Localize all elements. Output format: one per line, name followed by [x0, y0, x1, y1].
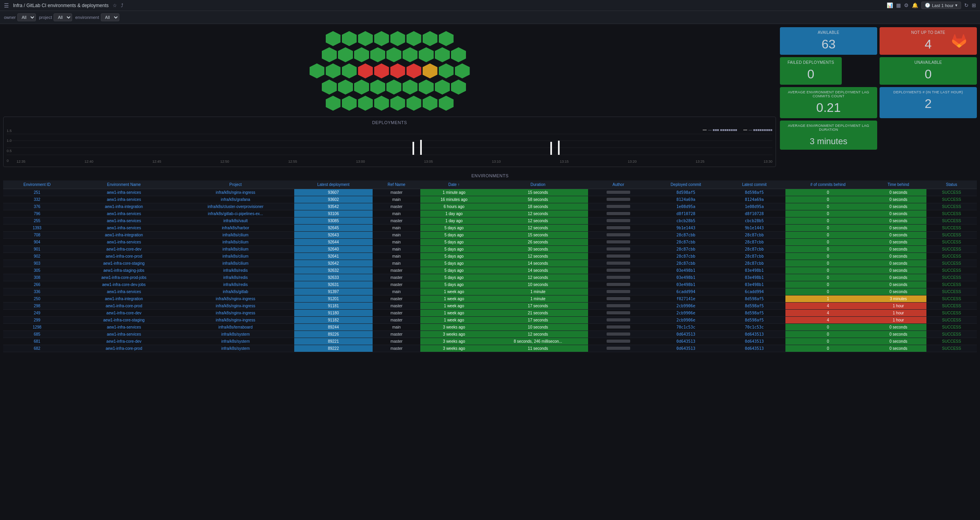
alert-icon[interactable]: 🔔	[912, 2, 918, 8]
hex-cell[interactable]	[423, 31, 438, 46]
hex-cell-red[interactable]	[358, 63, 373, 78]
project-select[interactable]: All	[54, 13, 72, 21]
hex-cell-red[interactable]	[390, 63, 405, 78]
cell-project: infra/k8s/cilium	[177, 239, 294, 246]
cell-id: 305	[3, 267, 71, 274]
hex-cell[interactable]	[419, 47, 434, 62]
hex-grid	[310, 31, 470, 111]
cell-deploy[interactable]: 89221	[294, 338, 373, 345]
hex-cell[interactable]	[406, 96, 421, 111]
cell-deploy[interactable]: 92644	[294, 239, 373, 246]
star-icon[interactable]: ☆	[113, 3, 117, 8]
cell-deploy[interactable]: 92632	[294, 267, 373, 274]
hex-cell[interactable]	[390, 96, 405, 111]
x-label-9: 13:20	[628, 160, 637, 163]
hex-cell[interactable]	[322, 80, 337, 95]
cell-deployed-commit: 2cb9906e	[648, 317, 723, 324]
hex-cell[interactable]	[439, 96, 454, 111]
hex-cell[interactable]	[374, 96, 389, 111]
cell-deploy[interactable]: 92642	[294, 260, 373, 267]
hex-cell[interactable]	[423, 96, 438, 111]
hex-cell[interactable]	[326, 96, 341, 111]
cell-status: SUCCESS	[926, 317, 977, 324]
cell-deploy[interactable]: 92645	[294, 225, 373, 232]
hex-cell[interactable]	[358, 96, 373, 111]
hex-cell-red[interactable]	[374, 63, 389, 78]
cell-env: aew1-infra-core-staging	[71, 260, 177, 267]
cell-deploy[interactable]: 93542	[294, 203, 373, 210]
cell-id: 1393	[3, 225, 71, 232]
cell-deploy[interactable]: 92643	[294, 232, 373, 239]
hex-cell[interactable]	[435, 47, 450, 62]
cell-deploy[interactable]: 93085	[294, 217, 373, 225]
hex-cell[interactable]	[326, 31, 341, 46]
owner-select[interactable]: All	[17, 13, 36, 21]
hex-cell[interactable]	[403, 47, 418, 62]
hex-cell[interactable]	[455, 63, 470, 78]
share-icon[interactable]: ⤴	[121, 3, 123, 8]
hex-row-1	[326, 31, 454, 46]
cell-latest-commit: 28c87cbb	[723, 260, 785, 267]
time-range-label: Last 1 hour	[932, 3, 954, 8]
settings-icon[interactable]: ⚙	[904, 2, 909, 8]
avg-duration-label: Average environment deployment lag durat…	[785, 124, 872, 132]
cell-deploy[interactable]: 91180	[294, 310, 373, 317]
hex-cell[interactable]	[354, 80, 369, 95]
hex-cell[interactable]	[322, 47, 337, 62]
hex-cell[interactable]	[338, 80, 353, 95]
cell-deploy[interactable]: 92641	[294, 253, 373, 260]
hex-cell[interactable]	[419, 80, 434, 95]
cell-deploy[interactable]: 89222	[294, 345, 373, 352]
table-body: 251 aew1-infra-services infra/k8s/nginx-…	[3, 189, 977, 352]
cell-deploy[interactable]: 89226	[294, 331, 373, 338]
hex-cell[interactable]	[386, 47, 401, 62]
hex-cell[interactable]	[374, 31, 389, 46]
hex-cell[interactable]	[435, 80, 450, 95]
time-range-button[interactable]: 🕐 Last 1 hour ▾	[921, 2, 961, 9]
bars-icon[interactable]: ▦	[896, 2, 901, 8]
hex-cell[interactable]	[326, 63, 341, 78]
hex-cell[interactable]	[354, 47, 369, 62]
expand-icon[interactable]: ⊞	[972, 2, 976, 8]
table-row: 681 aew1-infra-core-dev infra/k8s/system…	[3, 338, 977, 345]
hex-cell[interactable]	[370, 80, 385, 95]
hex-cell[interactable]	[342, 96, 357, 111]
hex-cell[interactable]	[439, 63, 454, 78]
table-scroll-container[interactable]: Environment ID Environment Name Project …	[3, 180, 977, 352]
refresh-icon[interactable]: ↻	[964, 2, 969, 8]
cell-deploy[interactable]: 89244	[294, 324, 373, 331]
cell-author	[588, 239, 648, 246]
cell-ref: master	[373, 267, 420, 274]
hex-cell[interactable]	[406, 31, 421, 46]
cell-deploy[interactable]: 91397	[294, 288, 373, 295]
col-date[interactable]: Date ↑	[420, 180, 488, 189]
hex-cell[interactable]	[358, 31, 373, 46]
cell-deploy[interactable]: 92631	[294, 281, 373, 288]
hex-cell[interactable]	[451, 80, 466, 95]
menu-icon[interactable]: ☰	[4, 2, 9, 9]
hex-cell[interactable]	[439, 31, 454, 46]
cell-deploy[interactable]: 91201	[294, 295, 373, 303]
hex-cell[interactable]	[310, 63, 325, 78]
cell-deploy[interactable]: 92640	[294, 246, 373, 253]
cell-deploy[interactable]: 93106	[294, 210, 373, 217]
cell-deploy[interactable]: 93607	[294, 189, 373, 196]
hex-cell[interactable]	[390, 31, 405, 46]
cell-deploy[interactable]: 93602	[294, 196, 373, 203]
hex-cell-red[interactable]	[406, 63, 421, 78]
hex-cell[interactable]	[342, 63, 357, 78]
cell-deploy[interactable]: 91182	[294, 317, 373, 324]
chart-icon[interactable]: 📊	[887, 2, 893, 8]
hex-cell[interactable]	[342, 31, 357, 46]
hex-cell[interactable]	[370, 47, 385, 62]
environment-select[interactable]: All	[101, 13, 119, 21]
cell-latest-commit: cbcb28b5	[723, 217, 785, 225]
cell-deploy[interactable]: 92633	[294, 274, 373, 281]
hex-cell[interactable]	[451, 47, 466, 62]
hex-cell-orange[interactable]	[423, 63, 438, 78]
hex-cell[interactable]	[338, 47, 353, 62]
cell-id: 708	[3, 232, 71, 239]
cell-deploy[interactable]: 91181	[294, 303, 373, 310]
hex-cell[interactable]	[403, 80, 418, 95]
hex-cell[interactable]	[386, 80, 401, 95]
